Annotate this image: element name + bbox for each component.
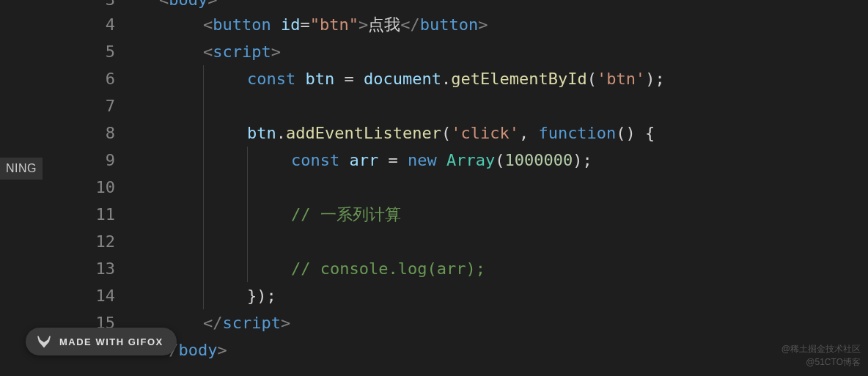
- fox-icon: [36, 333, 52, 350]
- code-line: // console.log(arr);: [136, 255, 868, 282]
- code-line: </body>: [136, 336, 868, 364]
- code-line: const btn = document.getElementById('btn…: [136, 65, 868, 92]
- code-content[interactable]: <body> <button id="btn">点我</button> <scr…: [136, 0, 868, 364]
- line-number: 12: [0, 228, 136, 255]
- line-number: 3: [0, 0, 136, 11]
- code-line: [136, 228, 868, 255]
- code-line: });: [136, 282, 868, 309]
- code-line: <body>: [136, 0, 868, 11]
- gifox-badge-label: MADE WITH GIFOX: [59, 336, 163, 347]
- watermark-text: @稀土掘金技术社区: [781, 343, 861, 355]
- code-editor[interactable]: 3 4 5 6 7 8 9 10 11 12 13 14 15 16 <body…: [0, 0, 868, 364]
- line-number: 8: [0, 119, 136, 147]
- line-number: 13: [0, 255, 136, 282]
- sidebar-label-fragment: NING: [0, 158, 43, 180]
- code-line: const arr = new Array(1000000);: [136, 147, 868, 174]
- line-number-gutter: 3 4 5 6 7 8 9 10 11 12 13 14 15 16: [0, 0, 136, 364]
- code-line: [136, 92, 868, 119]
- code-line: <script>: [136, 38, 868, 65]
- code-line: [136, 174, 868, 201]
- watermark-text: @51CTO博客: [806, 356, 861, 369]
- code-line: </script>: [136, 309, 868, 336]
- code-line: btn.addEventListener('click', function()…: [136, 119, 868, 147]
- line-number: 14: [0, 282, 136, 309]
- line-number: 5: [0, 38, 136, 65]
- line-number: 11: [0, 201, 136, 228]
- line-number: 4: [0, 11, 136, 38]
- gifox-badge[interactable]: MADE WITH GIFOX: [26, 328, 177, 355]
- code-line: <button id="btn">点我</button>: [136, 11, 868, 38]
- line-number: 6: [0, 65, 136, 92]
- line-number: 7: [0, 92, 136, 119]
- code-line: // 一系列计算: [136, 201, 868, 228]
